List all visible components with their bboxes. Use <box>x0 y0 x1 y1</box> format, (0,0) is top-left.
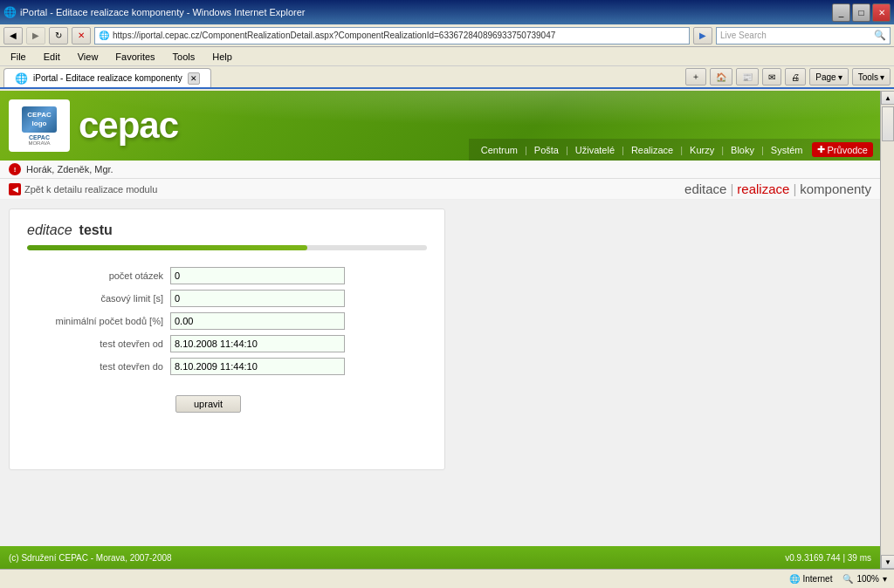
tools-label: Tools <box>858 72 878 82</box>
input-pocet-otazek[interactable] <box>170 267 345 284</box>
forward-button[interactable]: ▶ <box>26 27 45 44</box>
nav-uzivatele[interactable]: Uživatelé <box>570 143 620 157</box>
page-label: Page <box>815 72 836 82</box>
refresh-button[interactable]: ↻ <box>49 27 68 44</box>
tools-dropdown-icon: ▾ <box>880 72 884 82</box>
logo-box: CEPAClogo CEPAC MORAVA <box>9 99 70 152</box>
scroll-up-button[interactable]: ▲ <box>881 91 894 105</box>
form-title-italic: editace <box>27 222 72 238</box>
input-casovy-limit[interactable] <box>170 290 345 307</box>
back-link-text: Zpět k detailu realizace modulu <box>24 184 157 195</box>
search-icon: 🔍 <box>874 30 886 41</box>
mail-button[interactable]: ✉ <box>762 68 781 85</box>
address-text: https://iportal.cepac.cz/ComponentRealiz… <box>113 31 685 40</box>
zoom-dropdown[interactable]: ▾ <box>883 574 887 584</box>
iportal-footer: (c) Sdružení CEPAC - Morava, 2007-2008 v… <box>0 546 880 569</box>
nav-pruvodce-label: Průvodce <box>828 145 868 155</box>
menu-tools[interactable]: Tools <box>169 50 199 64</box>
status-zone: 🌐 Internet 🔍 100% ▾ <box>789 574 888 584</box>
input-min-pocet-bodu[interactable] <box>170 312 345 330</box>
home-button[interactable]: 🏠 <box>710 68 732 85</box>
back-link-bar: ◀ Zpět k detailu realizace modulu editac… <box>0 179 880 200</box>
rss-button[interactable]: 📰 <box>736 68 759 85</box>
status-bar: 🌐 Internet 🔍 100% ▾ <box>0 569 894 588</box>
print-button[interactable]: 🖨 <box>785 68 806 85</box>
logo-image: CEPAClogo <box>22 106 57 133</box>
nav-kurzy[interactable]: Kurzy <box>684 143 719 157</box>
page-title-part2: realizace <box>737 181 789 196</box>
form-table: počet otázek časový limit [s] minimální … <box>27 264 427 378</box>
back-link[interactable]: ◀ Zpět k detailu realizace modulu <box>9 183 157 195</box>
close-button[interactable]: ✕ <box>872 3 891 22</box>
menu-view[interactable]: View <box>74 50 102 64</box>
add-tab-button[interactable]: ＋ <box>685 68 706 85</box>
address-bar[interactable]: 🌐 https://iportal.cepac.cz/ComponentReal… <box>94 27 690 44</box>
input-otevren-do[interactable] <box>170 358 345 375</box>
tab-close-button[interactable]: ✕ <box>188 72 200 85</box>
tools-button[interactable]: Tools ▾ <box>852 68 891 85</box>
label-casovy-limit: časový limit [s] <box>27 287 167 310</box>
nav-bloky[interactable]: Bloky <box>726 143 760 157</box>
user-bar: ! Horák, Zdeněk, Mgr. <box>0 161 880 179</box>
form-row-casovy-limit: časový limit [s] <box>27 287 427 310</box>
page-icon: 🌐 <box>99 31 109 40</box>
back-arrow-icon: ◀ <box>9 183 21 195</box>
stop-button[interactable]: ✕ <box>72 27 91 44</box>
menu-help[interactable]: Help <box>209 50 236 64</box>
minimize-button[interactable]: _ <box>832 3 850 22</box>
nav-centrum[interactable]: Centrum <box>476 143 523 157</box>
nav-pruvodce[interactable]: ✚ Průvodce <box>812 142 873 157</box>
plus-icon: ＋ <box>691 71 700 83</box>
submit-button[interactable]: upravit <box>175 395 241 413</box>
page-title-sep1: | <box>730 181 733 196</box>
nav-posta[interactable]: Pošta <box>529 143 564 157</box>
form-row-otevren-do: test otevřen do <box>27 355 427 378</box>
maximize-button[interactable]: □ <box>852 3 870 22</box>
tab-favicon: 🌐 <box>15 72 28 85</box>
main-content: editace testu počet otázek časový limit … <box>0 200 880 479</box>
menu-edit[interactable]: Edit <box>40 50 64 64</box>
navigation-bar: ◀ ▶ ↻ ✕ 🌐 https://iportal.cepac.cz/Compo… <box>0 24 894 47</box>
nav-realizace[interactable]: Realizace <box>626 143 678 157</box>
search-placeholder: Live Search <box>720 31 870 40</box>
logo-cepac: CEPAC <box>29 134 50 140</box>
user-name: Horák, Zdeněk, Mgr. <box>26 164 113 174</box>
form-actions: upravit <box>27 395 427 413</box>
scroll-thumb[interactable] <box>882 106 894 141</box>
scroll-down-button[interactable]: ▼ <box>881 555 894 569</box>
menu-bar: File Edit View Favorites Tools Help <box>0 47 894 66</box>
page-button[interactable]: Page ▾ <box>809 68 848 85</box>
label-otevren-od: test otevřen od <box>27 332 167 355</box>
scroll-track[interactable] <box>881 105 894 555</box>
zoom-separator: 🔍 <box>842 574 853 584</box>
form-row-otevren-od: test otevřen od <box>27 332 427 355</box>
nav-system[interactable]: Systém <box>766 143 808 157</box>
page-dropdown-icon: ▾ <box>838 72 842 82</box>
page-title-part3: komponenty <box>800 181 871 196</box>
zoom-level: 100% <box>856 574 879 584</box>
back-button[interactable]: ◀ <box>3 27 23 44</box>
footer-copyright: (c) Sdružení CEPAC - Morava, 2007-2008 <box>9 553 172 563</box>
go-button[interactable]: ▶ <box>693 27 712 44</box>
tab-label: iPortal - Editace realizace komponenty <box>33 73 182 83</box>
input-otevren-od[interactable] <box>170 335 345 352</box>
active-tab[interactable]: 🌐 iPortal - Editace realizace komponenty… <box>3 68 211 87</box>
tab-bar: 🌐 iPortal - Editace realizace komponenty… <box>0 66 894 89</box>
window-controls[interactable]: _ □ ✕ <box>832 3 891 22</box>
user-icon: ! <box>9 163 21 175</box>
search-bar[interactable]: Live Search 🔍 <box>716 27 891 44</box>
progress-bar-fill <box>27 245 307 250</box>
title-bar: 🌐 iPortal - Editace realizace komponenty… <box>0 0 894 24</box>
label-min-pocet-bodu: minimální počet bodů [%] <box>27 310 167 332</box>
browser-content: CEPAClogo CEPAC MORAVA cepac Centrum | P… <box>0 91 880 569</box>
page-title-part1: editace <box>684 181 726 196</box>
form-panel: editace testu počet otázek časový limit … <box>9 209 445 470</box>
page-title-sep2: | <box>793 181 796 196</box>
iportal-header: CEPAClogo CEPAC MORAVA cepac Centrum | P… <box>0 91 880 161</box>
menu-file[interactable]: File <box>7 50 30 64</box>
window-title: iPortal - Editace realizace komponenty -… <box>20 7 305 17</box>
vertical-scrollbar[interactable]: ▲ ▼ <box>880 91 894 569</box>
cross-icon: ✚ <box>817 144 825 155</box>
iportal-page: CEPAClogo CEPAC MORAVA cepac Centrum | P… <box>0 91 880 569</box>
menu-favorites[interactable]: Favorites <box>112 50 158 64</box>
